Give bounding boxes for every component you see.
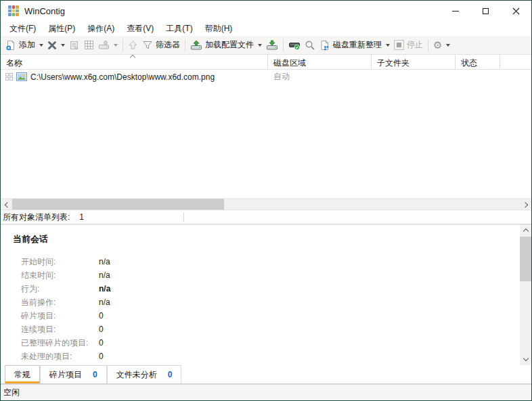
horizontal-scrollbar[interactable] [1,198,531,210]
chevron-up-icon [523,229,528,234]
session-row-start-time: 开始时间: n/a [13,255,520,268]
load-profile-icon [190,40,202,51]
object-list-count: 1 [79,212,84,222]
toolbar-separator [185,39,185,51]
image-file-icon [16,72,27,81]
stop-button[interactable]: 停止 [392,38,425,52]
chevron-down-icon[interactable] [61,44,65,47]
move-up-button[interactable] [126,39,140,51]
disk-button[interactable] [96,39,120,51]
tab-files-not-analyzed[interactable]: 文件未分析 0 [107,365,182,383]
menu-view[interactable]: 查看(V) [120,21,160,37]
minimize-button[interactable] [440,1,470,21]
defrag-label: 磁盘重新整理 [333,39,382,51]
chevron-down-icon[interactable] [114,44,118,47]
file-list: C:\Users\www.x6g.com\Desktop\www.x6d.com… [1,70,531,198]
session-row-defragmented-items: 已整理碎片的项目: 0 [13,336,520,350]
vertical-scrollbar[interactable] [520,225,531,365]
toolbar-separator [428,39,428,51]
add-label: 添加 [19,39,35,51]
search-icon [305,40,315,51]
session-row-unprocessed-items: 未处理的项目: 0 [13,350,520,363]
session-row-contiguous-items: 连续项目: 0 [13,323,520,336]
defrag-button[interactable]: 磁盘重新整理 [317,38,392,52]
tab-general[interactable]: 常规 [5,365,40,383]
maximize-icon [483,8,489,14]
object-list-label: 所有对象清单列表: [3,212,70,223]
file-disk-area: 自动 [268,71,372,82]
status-bar: 空闲 [1,384,531,400]
file-row[interactable]: C:\Users\www.x6g.com\Desktop\www.x6d.com… [1,70,531,84]
chevron-down-icon[interactable] [386,44,390,47]
file-path: C:\Users\www.x6g.com\Desktop\www.x6d.com… [30,72,215,82]
load-profile-button[interactable]: 加载配置文件 [188,38,264,52]
list-header: 名称 磁盘区域 子文件夹 状态 [1,55,531,70]
horizontal-scrollbar-thumb[interactable] [12,199,224,210]
column-header-status[interactable]: 状态 [456,55,500,70]
analyze-drive-icon [288,40,301,51]
scroll-down-button[interactable] [520,354,531,365]
load-profile-label: 加载配置文件 [205,39,254,51]
info-bar-separator [183,212,184,222]
disk-drive-icon [98,40,110,50]
fragmented-items-count: 0 [93,370,97,379]
info-bar: 所有对象清单列表: 1 [1,210,531,224]
scroll-left-button[interactable] [1,199,12,210]
session-row-fragmented-items: 碎片项目: 0 [13,309,520,323]
scroll-right-button[interactable] [520,199,531,210]
menu-properties[interactable]: 属性(P) [42,21,81,37]
settings-button[interactable]: ⚙ [431,39,452,51]
add-page-icon [5,40,16,51]
maximize-button[interactable] [470,1,501,21]
chevron-down-icon [523,356,528,361]
save-profile-button[interactable] [264,39,280,52]
files-not-analyzed-count: 0 [168,370,173,379]
chevron-right-icon [522,202,527,207]
chevron-down-icon[interactable] [258,44,262,47]
column-header-subfolder[interactable]: 子文件夹 [372,55,456,70]
menu-help[interactable]: 帮助(H) [199,21,239,37]
column-header-disk-area[interactable]: 磁盘区域 [268,55,372,70]
gear-icon: ⚙ [433,40,442,50]
menu-file[interactable]: 文件(F) [3,21,42,37]
save-profile-icon [266,40,278,51]
menu-actions[interactable]: 操作(A) [81,21,120,37]
session-row-action: 行为: n/a [13,282,520,296]
app-icon [8,5,19,16]
properties-icon [69,40,80,51]
defrag-page-icon [319,40,330,51]
bottom-tab-bar: 常规 碎片项目 0 文件未分析 0 [1,365,531,384]
chevron-down-icon[interactable] [39,44,43,47]
minimize-icon [452,11,459,11]
grid-view-button[interactable] [82,39,96,51]
toolbar-separator [283,39,284,51]
session-row-current-operation: 当前操作: n/a [13,296,520,309]
column-header-spacer [500,55,531,70]
analyze-button[interactable] [286,39,303,52]
delete-x-icon [47,41,57,50]
tab-fragmented-items[interactable]: 碎片项目 0 [40,365,107,383]
status-text: 空闲 [3,387,20,398]
remove-button[interactable] [45,39,67,51]
window-title: WinContig [24,6,440,16]
close-button[interactable] [501,1,531,21]
add-button[interactable]: 添加 [3,38,45,52]
menu-tools[interactable]: 工具(T) [160,21,198,37]
scroll-up-button[interactable] [520,225,531,236]
stop-icon [394,40,404,50]
filter-button[interactable]: 筛选器 [140,38,182,52]
menu-bar: 文件(F) 属性(P) 操作(A) 查看(V) 工具(T) 帮助(H) [1,21,531,36]
title-bar: WinContig [1,1,531,21]
wincontig-window: WinContig 文件(F) 属性(P) 操作(A) 查看(V) 工具(T) … [0,0,532,401]
session-title: 当前会话 [13,233,520,245]
filter-funnel-icon [142,40,153,50]
session-panel: 当前会话 开始时间: n/a 结束时间: n/a 行为: n/a 当前操作: n… [1,224,531,365]
search-button[interactable] [303,39,317,52]
chevron-down-icon[interactable] [446,44,450,47]
chevron-left-icon [4,202,9,207]
vertical-scrollbar-thumb[interactable] [520,237,531,281]
up-arrow-icon [128,40,138,50]
properties-button[interactable] [67,39,82,52]
session-row-end-time: 结束时间: n/a [13,268,520,282]
close-icon [512,7,520,15]
